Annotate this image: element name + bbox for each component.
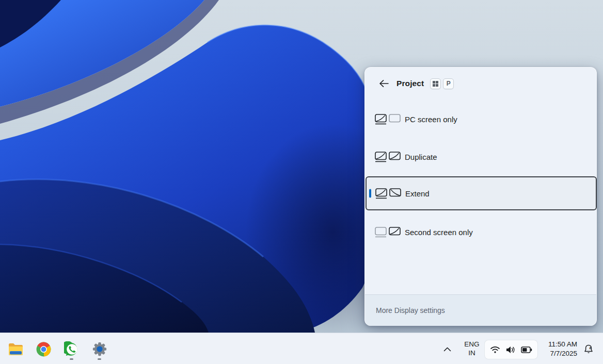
extend-icon [375,188,402,199]
option-label: Extend [405,189,430,198]
language-line1: ENG [464,340,479,349]
option-label: PC screen only [405,115,457,124]
option-duplicate[interactable]: Duplicate [365,144,596,170]
file-explorer-button[interactable] [5,338,26,360]
option-label: Duplicate [405,153,437,161]
quick-settings-button[interactable] [484,340,538,359]
language-line2: IN [468,349,475,358]
tray-overflow-button[interactable] [440,342,454,356]
language-indicator[interactable]: ENG IN [459,337,484,360]
time-label: 11:50 AM [548,340,577,349]
volume-icon [505,345,516,354]
whatsapp-running-indicator [70,358,73,360]
option-pc-screen-only[interactable]: PC screen only [365,106,596,132]
clock[interactable]: 11:50 AM 7/7/2025 [538,337,577,360]
project-flyout-panel: Project P PC screen [364,67,597,326]
more-display-settings-link[interactable]: More Display settings [365,294,596,326]
second-screen-only-icon [375,227,402,238]
pc-screen-only-icon [375,114,402,125]
p-key-badge: P [443,78,454,89]
settings-button[interactable] [89,338,110,360]
chrome-button[interactable] [33,338,54,360]
settings-running-indicator [98,358,101,360]
settings-gear-icon [92,341,107,357]
taskbar: ENG IN 11:50 AM 7/7/2025 z [0,333,603,364]
svg-text:z: z [589,345,591,350]
selection-accent-bar [369,189,371,198]
whatsapp-icon [64,341,80,357]
project-header: Project P [365,68,596,100]
chrome-icon [36,342,51,357]
win-logo-icon [433,81,438,87]
whatsapp-button[interactable] [61,338,83,360]
option-second-screen-only[interactable]: Second screen only [365,219,596,245]
option-extend-selected[interactable]: Extend [366,176,597,210]
option-label: Second screen only [405,228,473,237]
date-label: 7/7/2025 [550,349,577,358]
duplicate-icon [375,152,402,162]
bell-do-not-disturb-icon: z [582,343,595,355]
windows-key-icon [430,78,441,89]
footer-link-label: More Display settings [376,306,445,315]
file-explorer-icon [8,342,24,356]
notification-bell-button[interactable]: z [579,340,598,358]
chevron-up-icon [443,347,451,352]
back-arrow-icon [379,79,389,88]
panel-title: Project [396,79,424,88]
back-button[interactable] [376,76,392,91]
battery-icon [521,346,532,354]
keyboard-shortcut-hint: P [430,78,454,89]
wifi-icon [490,345,500,354]
